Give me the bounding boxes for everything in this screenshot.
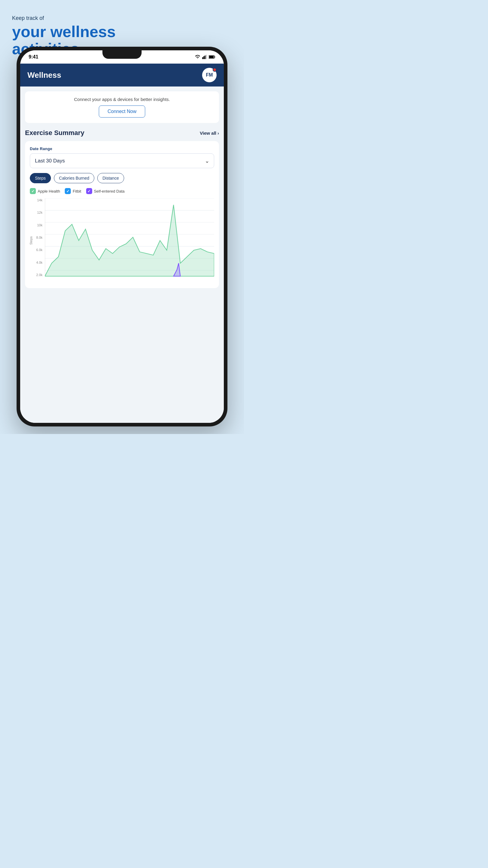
y-axis-title: Steps: [29, 236, 33, 245]
y-label-14k: 14k: [37, 198, 42, 202]
fitbit-checkbox[interactable]: ✓: [65, 188, 71, 194]
y-label-2k: 2.0k: [36, 273, 42, 277]
exercise-summary-section: Exercise Summary View all › Date Range L…: [20, 123, 224, 288]
status-icons: [195, 55, 216, 59]
chevron-right-icon: ›: [218, 130, 219, 135]
view-all-button[interactable]: View all ›: [200, 130, 219, 135]
legend-fitbit: ✓ Fitbit: [65, 188, 81, 194]
hero-title-line1: your wellness: [12, 23, 116, 40]
app-header: Wellness FM: [20, 64, 224, 87]
app-title: Wellness: [27, 70, 61, 80]
legend-self-entered: ✓ Self-entered Data: [86, 188, 125, 194]
connect-text: Connect your apps & devices for better i…: [30, 97, 214, 102]
svg-rect-0: [202, 57, 203, 59]
svg-rect-1: [203, 56, 204, 59]
phone-frame: 9:41: [17, 47, 227, 427]
y-label-10k: 10k: [37, 223, 42, 227]
signal-icon: [202, 55, 207, 59]
y-label-12k: 12k: [37, 211, 42, 214]
app-content: Connect your apps & devices for better i…: [20, 87, 224, 423]
svg-rect-2: [204, 56, 205, 59]
date-range-label: Date Range: [30, 147, 214, 151]
hero-subtitle: Keep track of: [12, 15, 116, 22]
exercise-card: Date Range Last 7 Days Last 30 Days Last…: [25, 141, 219, 288]
chart-svg-area: [45, 198, 214, 283]
avatar[interactable]: FM: [202, 68, 217, 82]
distance-filter-button[interactable]: Distance: [97, 173, 124, 183]
connect-banner: Connect your apps & devices for better i…: [25, 91, 219, 123]
chart-legend: ✓ Apple Health ✓ Fitbit ✓: [30, 188, 214, 194]
legend-apple-health: ✓ Apple Health: [30, 188, 60, 194]
filter-buttons: Steps Calories Burned Distance: [30, 173, 214, 183]
status-time: 9:41: [29, 54, 38, 60]
steps-filter-button[interactable]: Steps: [30, 173, 51, 183]
connect-now-button[interactable]: Connect Now: [99, 105, 145, 118]
green-area-chart: [45, 205, 214, 276]
notch: [102, 50, 141, 59]
date-range-select[interactable]: Last 7 Days Last 30 Days Last 90 Days La…: [30, 153, 214, 168]
chart-visualization: [45, 198, 214, 283]
wifi-icon: [195, 55, 200, 59]
y-label-4k: 4.0k: [36, 261, 42, 264]
status-bar: 9:41: [20, 50, 224, 64]
apple-health-checkbox[interactable]: ✓: [30, 188, 36, 194]
battery-icon: [209, 55, 216, 59]
notification-badge: [213, 68, 217, 72]
svg-rect-6: [209, 56, 214, 58]
date-range-wrapper: Last 7 Days Last 30 Days Last 90 Days La…: [30, 153, 214, 168]
section-title: Exercise Summary: [25, 129, 84, 137]
self-entered-checkbox[interactable]: ✓: [86, 188, 92, 194]
section-header: Exercise Summary View all ›: [25, 129, 219, 137]
svg-rect-5: [215, 56, 215, 58]
phone-inner: 9:41: [20, 50, 224, 423]
svg-rect-3: [206, 55, 207, 59]
apple-health-label: Apple Health: [38, 189, 60, 193]
y-label-6k: 6.0k: [36, 248, 42, 252]
self-entered-label: Self-entered Data: [94, 189, 125, 193]
fitbit-label: Fitbit: [73, 189, 81, 193]
view-all-label: View all: [200, 130, 216, 135]
steps-chart: Steps 14k 12k 10k 8.0k 6.0k 4.0k 2.0k: [30, 198, 214, 283]
y-label-8k: 8.0k: [36, 236, 42, 239]
calories-filter-button[interactable]: Calories Burned: [54, 173, 94, 183]
avatar-initials: FM: [206, 72, 213, 78]
